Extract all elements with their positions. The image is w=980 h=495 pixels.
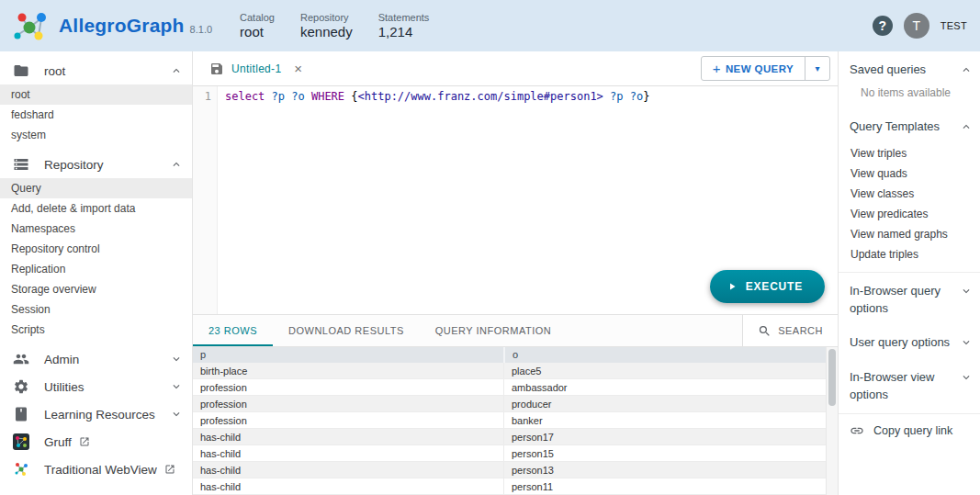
app-logo: AllegroGraph 8.1.0: [0, 7, 212, 44]
chevron-down-icon[interactable]: [960, 285, 973, 298]
template-update-triples[interactable]: Update triples: [839, 244, 980, 264]
catalog-value[interactable]: root: [240, 24, 275, 39]
gear-icon: [13, 378, 31, 395]
cell-o: person13: [503, 462, 838, 478]
sidebar-item-session[interactable]: Session: [0, 299, 192, 320]
cell-o: person17: [503, 429, 838, 444]
close-icon[interactable]: ×: [294, 62, 302, 75]
help-icon[interactable]: ?: [873, 16, 893, 36]
statements-label: Statements: [378, 12, 430, 23]
tab-untitled-1[interactable]: Untitled-1 ×: [193, 51, 313, 85]
external-link-icon: [79, 436, 90, 447]
tab-query-information[interactable]: QUERY INFORMATION: [420, 315, 567, 346]
chevron-up-icon[interactable]: [960, 63, 973, 76]
chevron-down-icon[interactable]: [170, 380, 183, 393]
header-stats: Catalog root Repository kennedy Statemen…: [240, 12, 429, 39]
column-header-p[interactable]: p: [193, 347, 503, 363]
left-sidebar: root root fedshard system Repository Que…: [0, 51, 193, 495]
template-view-predicates[interactable]: View predicates: [839, 204, 980, 224]
sidebar-section-admin[interactable]: Admin: [0, 345, 192, 373]
sidebar-link-gruff[interactable]: Gruff: [0, 428, 192, 456]
repository-section-label: Repository: [44, 158, 104, 172]
sidebar-section-utilities[interactable]: Utilities: [0, 373, 192, 400]
results-table: p o birth-place place5 profession ambass…: [193, 347, 838, 495]
table-row: profession producer: [193, 396, 838, 412]
traditional-webview-label: Traditional WebView: [44, 463, 157, 477]
allegrograph-webview: AllegroGraph 8.1.0 Catalog root Reposito…: [0, 0, 980, 495]
chevron-down-icon[interactable]: [170, 408, 183, 421]
in-browser-query-options-header[interactable]: In-Browser query options: [839, 273, 980, 325]
cell-p: profession: [193, 382, 503, 393]
sidebar-item-scripts[interactable]: Scripts: [0, 320, 192, 340]
line-number-gutter: 1: [193, 86, 218, 314]
in-browser-view-options-header[interactable]: In-Browser view options: [839, 359, 980, 411]
plus-icon: +: [713, 61, 721, 76]
in-browser-query-options-label: In-Browser query options: [850, 283, 951, 318]
cell-p: has-child: [193, 432, 503, 443]
statements-value: 1,214: [378, 24, 430, 39]
main-content: Untitled-1 × + NEW QUERY ▾ 1 select ?p ?…: [193, 51, 838, 495]
saved-queries-header[interactable]: Saved queries: [839, 51, 980, 86]
sparql-editor[interactable]: 1 select ?p ?o WHERE {<http://www.franz.…: [193, 86, 838, 314]
new-query-button[interactable]: + NEW QUERY: [702, 57, 805, 80]
table-scrollbar[interactable]: [826, 347, 838, 495]
tab-rows[interactable]: 23 ROWS: [193, 315, 273, 346]
chevron-down-icon[interactable]: [960, 336, 973, 349]
book-icon: [13, 406, 31, 422]
user-avatar[interactable]: T: [904, 13, 929, 39]
sidebar-item-namespaces[interactable]: Namespaces: [0, 219, 192, 239]
chevron-up-icon[interactable]: [170, 158, 183, 171]
sidebar-item-replication[interactable]: Replication: [0, 259, 192, 279]
repository-value[interactable]: kennedy: [300, 24, 353, 39]
sidebar-item-query[interactable]: Query: [0, 178, 192, 198]
copy-query-link-button[interactable]: Copy query link: [839, 413, 980, 447]
sidebar-item-system[interactable]: system: [0, 125, 192, 145]
sidebar-item-storage-overview[interactable]: Storage overview: [0, 279, 192, 299]
sidebar-item-repository-control[interactable]: Repository control: [0, 239, 192, 259]
query-templates-header[interactable]: Query Templates: [839, 108, 980, 143]
sidebar-section-catalog[interactable]: root: [0, 57, 192, 84]
template-view-triples[interactable]: View triples: [839, 143, 980, 163]
line-number: 1: [205, 90, 211, 103]
column-header-o[interactable]: o: [503, 347, 838, 363]
cell-p: profession: [193, 415, 503, 426]
webview-molecule-icon: [13, 461, 31, 478]
sidebar-item-add-delete-import[interactable]: Add, delete & import data: [0, 198, 192, 219]
sidebar-section-learning-resources[interactable]: Learning Resources: [0, 400, 192, 428]
cell-o: place5: [503, 363, 838, 378]
chevron-up-icon[interactable]: [170, 64, 183, 77]
save-icon[interactable]: [209, 62, 224, 76]
table-row: profession ambassador: [193, 379, 838, 396]
template-view-quads[interactable]: View quads: [839, 163, 980, 184]
admin-section-label: Admin: [44, 353, 79, 366]
user-query-options-label: User query options: [850, 334, 950, 352]
execute-button[interactable]: EXECUTE: [710, 270, 825, 303]
repository-stat: Repository kennedy: [300, 12, 353, 39]
link-icon: [850, 423, 864, 438]
table-row: has-child person15: [193, 445, 838, 462]
scrollbar-thumb[interactable]: [828, 349, 836, 406]
cell-o: person15: [503, 445, 838, 461]
code-variables: ?p ?o: [265, 90, 311, 103]
folder-icon: [13, 62, 31, 79]
sidebar-link-traditional-webview[interactable]: Traditional WebView: [0, 456, 192, 483]
sidebar-section-repository[interactable]: Repository: [0, 151, 192, 178]
sidebar-item-fedshard[interactable]: fedshard: [0, 105, 192, 125]
chevron-down-icon[interactable]: [170, 353, 183, 366]
chevron-up-icon[interactable]: [960, 120, 973, 133]
chevron-down-icon[interactable]: [960, 371, 973, 384]
search-button[interactable]: SEARCH: [742, 315, 838, 346]
template-view-named-graphs[interactable]: View named graphs: [839, 224, 980, 244]
cell-o: producer: [503, 396, 838, 411]
username[interactable]: TEST: [941, 20, 967, 31]
tab-title[interactable]: Untitled-1: [231, 62, 281, 75]
user-query-options-header[interactable]: User query options: [839, 324, 980, 359]
utilities-section-label: Utilities: [44, 380, 84, 394]
new-query-split-button: + NEW QUERY ▾: [701, 56, 830, 81]
tab-download-results[interactable]: DOWNLOAD RESULTS: [273, 315, 420, 346]
template-view-classes[interactable]: View classes: [839, 184, 980, 204]
new-query-dropdown-caret[interactable]: ▾: [805, 57, 829, 80]
table-row: has-child person11: [193, 478, 838, 495]
sidebar-item-root[interactable]: root: [0, 84, 192, 105]
search-label: SEARCH: [778, 325, 823, 336]
